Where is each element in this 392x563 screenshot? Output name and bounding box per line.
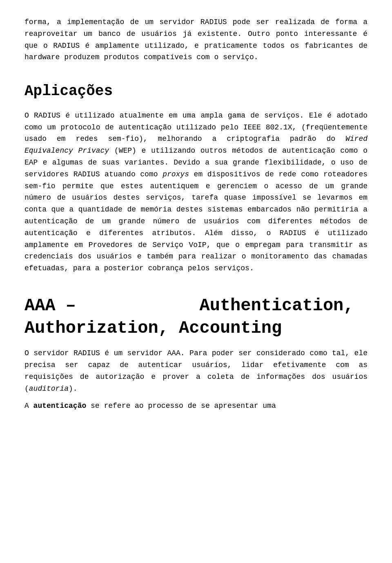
- paragraph-aaa-desc: O servidor RADIUS é um servidor AAA. Par…: [24, 347, 368, 394]
- text-proxys-italic: proxys: [163, 170, 189, 178]
- text-autenticacao-end: se refere ao processo de se apresentar u…: [86, 402, 276, 410]
- paragraph-autenticacao: A autenticação se refere ao processo de …: [24, 400, 368, 412]
- page-content: forma, a implementação de um servidor RA…: [24, 16, 368, 412]
- text-intro: forma, a implementação de um servidor RA…: [24, 18, 368, 61]
- heading-aplicacoes: Aplicações: [24, 80, 368, 103]
- text-auditoria-end: ).: [69, 385, 78, 393]
- paragraph-intro: forma, a implementação de um servidor RA…: [24, 16, 368, 63]
- text-autenticacao-bold: autenticação: [33, 402, 87, 410]
- text-a-start: A: [24, 402, 33, 410]
- text-proxys-end: em dispositivos de rede como roteadores …: [24, 170, 368, 272]
- text-auditoria-italic: auditoria: [29, 385, 69, 393]
- heading-aaa: AAA – Authentication,Authorization, Acco…: [24, 295, 368, 339]
- text-aplicacoes-start: O RADIUS é utilizado atualmente em uma a…: [24, 111, 368, 143]
- paragraph-aplicacoes: O RADIUS é utilizado atualmente em uma a…: [24, 110, 368, 274]
